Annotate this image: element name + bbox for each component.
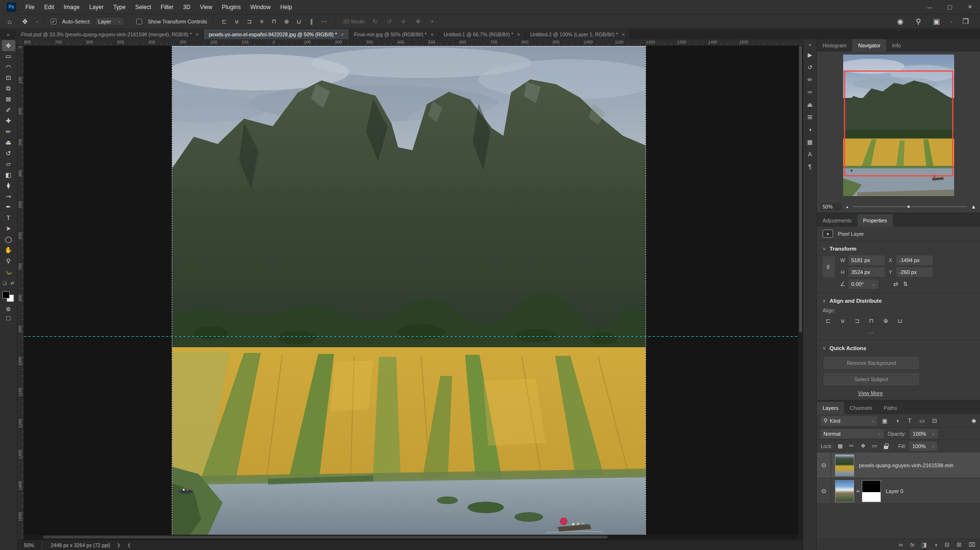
- document-tab[interactable]: Final-min.jpg @ 50% (RGB/8#) * ×: [349, 29, 439, 39]
- path-selection-tool[interactable]: ➤: [2, 223, 15, 234]
- collapse-section-icon[interactable]: ∨: [823, 246, 826, 251]
- crop-tool[interactable]: ⧉: [2, 83, 15, 94]
- menu-item[interactable]: Select: [131, 2, 155, 12]
- panel-tab[interactable]: Properties: [858, 214, 893, 227]
- history-icon[interactable]: ↺: [804, 61, 816, 74]
- distribute-vertical-icon[interactable]: ∥: [306, 17, 317, 26]
- close-tab-icon[interactable]: ×: [196, 32, 199, 37]
- layer-visibility-eye-icon[interactable]: ⊙: [817, 452, 831, 478]
- select-subject-button[interactable]: Select Subject: [824, 373, 919, 385]
- layer-effects-icon[interactable]: fx: [910, 542, 914, 548]
- rectangular-marquee-tool[interactable]: ▭: [2, 51, 15, 62]
- zoom-slider-thumb[interactable]: ▲: [906, 204, 911, 209]
- type-tool[interactable]: T: [2, 212, 15, 223]
- quick-mask-icon[interactable]: ◍: [6, 306, 11, 312]
- lock-artboard-icon[interactable]: ▭: [870, 442, 879, 451]
- swap-swatches-icon[interactable]: ⇄: [11, 281, 14, 286]
- x-position-field[interactable]: -1494 px: [896, 255, 933, 265]
- collapse-panels-icon[interactable]: «: [808, 40, 811, 49]
- eraser-tool[interactable]: ▱: [2, 159, 15, 170]
- character-icon[interactable]: A: [804, 148, 816, 161]
- menu-item[interactable]: Type: [109, 2, 130, 12]
- 3d-pan-icon[interactable]: ✛: [398, 17, 409, 26]
- default-swatches-icon[interactable]: ❏: [3, 281, 7, 286]
- menu-item[interactable]: Filter: [156, 2, 178, 12]
- rotation-angle-field[interactable]: 0.00° ⌄: [848, 279, 878, 289]
- menu-item[interactable]: Edit: [40, 2, 58, 12]
- status-chevron-left-icon[interactable]: ❮: [127, 543, 131, 548]
- menu-item[interactable]: Image: [59, 2, 84, 12]
- navigator-zoom-slider[interactable]: ▲: [853, 206, 967, 207]
- actions-icon[interactable]: ▶: [804, 49, 816, 61]
- minimize-icon[interactable]: —: [920, 0, 940, 14]
- auto-select-target-dropdown[interactable]: Layer ⌄: [95, 17, 124, 26]
- zoom-out-icon[interactable]: ▲: [846, 205, 849, 209]
- guide-line[interactable]: [24, 336, 803, 337]
- ellipse-tool[interactable]: ◯: [2, 234, 15, 245]
- close-tab-icon[interactable]: ×: [431, 32, 434, 37]
- dodge-tool[interactable]: ⊸: [2, 191, 15, 202]
- view-more-link[interactable]: View More: [823, 390, 918, 396]
- menu-item[interactable]: View: [196, 2, 217, 12]
- spot-healing-brush-tool[interactable]: ✚: [2, 116, 15, 127]
- align-left-edges-icon[interactable]: ⊏: [219, 17, 230, 26]
- move-tool[interactable]: ✥: [2, 40, 15, 51]
- account-icon[interactable]: ◉: [894, 16, 906, 27]
- zoom-in-icon[interactable]: ▲: [971, 204, 976, 209]
- ruler-corner[interactable]: [17, 39, 24, 46]
- document-tab[interactable]: pexels-yo-amo-el-español-9422028.jpg @ 5…: [204, 29, 349, 39]
- filter-shape-layers-icon[interactable]: ▭: [917, 416, 927, 426]
- lock-all-icon[interactable]: [882, 442, 890, 451]
- align-vertical-centers-icon[interactable]: ⊕: [880, 316, 891, 326]
- mask-link-icon[interactable]: ∞: [854, 488, 862, 494]
- canvas[interactable]: [24, 46, 803, 539]
- menu-item[interactable]: Layer: [85, 2, 108, 12]
- filter-pixel-layers-icon[interactable]: ▣: [880, 416, 890, 426]
- panel-tab[interactable]: Paths: [878, 402, 903, 414]
- collapse-section-icon[interactable]: ∨: [823, 346, 826, 351]
- auto-select-checkbox[interactable]: ✓: [51, 19, 56, 24]
- paragraph-icon[interactable]: ¶: [804, 161, 816, 173]
- menu-item[interactable]: 3D: [178, 2, 194, 12]
- photo-landscape-image[interactable]: [172, 46, 646, 539]
- link-layers-icon[interactable]: ∞: [899, 541, 903, 548]
- lock-position-icon[interactable]: ✥: [859, 442, 867, 451]
- blend-mode-dropdown[interactable]: Normal ⌄: [821, 429, 884, 439]
- menu-item[interactable]: Help: [276, 2, 297, 12]
- lasso-tool[interactable]: ◠: [2, 62, 15, 73]
- panel-tab[interactable]: Adjustments: [817, 214, 858, 227]
- menu-item[interactable]: File: [21, 2, 39, 12]
- close-tab-icon[interactable]: ×: [622, 32, 624, 37]
- filter-adjustment-layers-icon[interactable]: ◑: [892, 416, 902, 426]
- close-tab-icon[interactable]: ×: [341, 32, 344, 37]
- align-right-edges-icon[interactable]: ⊐: [244, 17, 255, 26]
- align-bottom-edges-icon[interactable]: ⊔: [894, 316, 906, 326]
- layer-visibility-eye-icon[interactable]: ⊙: [817, 478, 831, 504]
- tab-overflow-icon[interactable]: »: [0, 29, 16, 39]
- remove-background-button[interactable]: Remove Background: [824, 357, 919, 369]
- status-chevron-right-icon[interactable]: ❯: [117, 543, 121, 548]
- foreground-color-swatch[interactable]: [2, 291, 10, 298]
- align-top-edges-icon[interactable]: ⊓: [269, 17, 279, 26]
- move-tool-preset-icon[interactable]: ✥: [19, 16, 31, 27]
- layer-row[interactable]: ⊙ ∞ Layer 0: [817, 478, 980, 504]
- layer-name[interactable]: pexels-quang-nguyen-vinh-2161598-min: [859, 462, 954, 468]
- vertical-scrollbar-thumb[interactable]: [799, 46, 802, 332]
- layer-filter-kind-dropdown[interactable]: ⚲ Kind ⌄: [821, 416, 877, 426]
- panel-tab[interactable]: Navigator: [852, 39, 886, 52]
- horizontal-scrollbar-thumb[interactable]: [43, 536, 608, 539]
- chevron-down-icon[interactable]: ⌄: [950, 19, 953, 23]
- menu-item[interactable]: Plugins: [218, 2, 245, 12]
- pen-tool[interactable]: ✒: [2, 202, 15, 213]
- show-transform-controls-checkbox[interactable]: ✓: [136, 19, 142, 24]
- 3d-slide-icon[interactable]: ✥: [412, 17, 423, 26]
- hand-tool[interactable]: ✋: [2, 245, 15, 256]
- lock-transparent-pixels-icon[interactable]: ▩: [836, 442, 844, 451]
- brush-tool[interactable]: ✏: [2, 126, 15, 137]
- layer-row[interactable]: ⊙ ∞ pexels-quang-nguyen-vinh-2161598-min: [817, 452, 980, 478]
- adjustments-dock-icon[interactable]: ◑: [804, 123, 816, 136]
- align-right-edges-icon[interactable]: ⊐: [851, 316, 863, 326]
- menu-item[interactable]: Window: [246, 2, 275, 12]
- horizontal-ruler[interactable]: 8007006005004003002001000100200300400500…: [24, 39, 803, 46]
- new-adjustment-layer-icon[interactable]: ◑: [934, 541, 937, 548]
